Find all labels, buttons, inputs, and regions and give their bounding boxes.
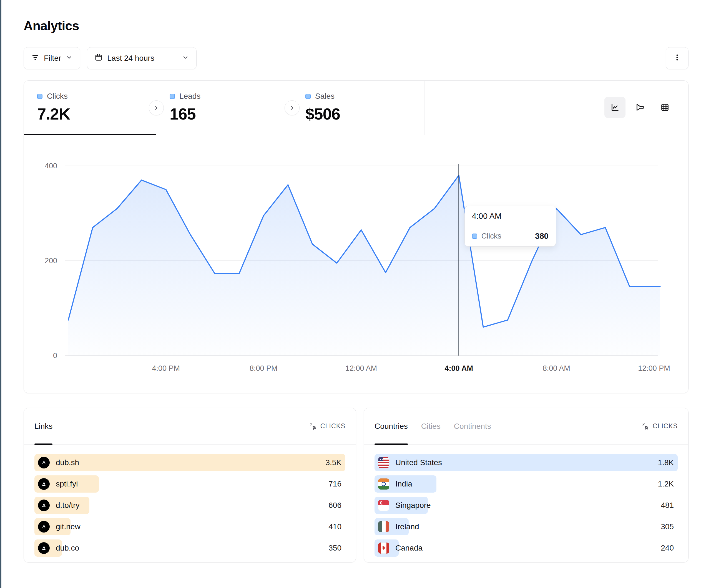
tooltip-legend-square <box>472 233 477 239</box>
flag-in-icon <box>378 478 389 490</box>
table-view-button[interactable] <box>654 97 675 118</box>
funnel-view-button[interactable] <box>629 97 650 118</box>
countries-list: United States1.8KIndia1.2KSingapore481Ir… <box>364 445 688 562</box>
row-label: spti.fyi <box>56 479 78 489</box>
tab-clicks[interactable]: Clicks 7.2K <box>24 81 156 135</box>
row-value: 716 <box>328 479 345 489</box>
x-axis-label: 12:00 PM <box>638 364 670 372</box>
analytics-page: Analytics Filter Last 24 hou <box>24 0 689 563</box>
row-value: 1.8K <box>658 458 678 467</box>
row-label: d.to/try <box>56 501 80 510</box>
country-row[interactable]: Ireland305 <box>374 518 678 535</box>
x-axis-label: 8:00 AM <box>543 364 570 372</box>
country-row[interactable]: United States1.8K <box>374 454 678 471</box>
link-row[interactable]: spti.fyi716 <box>35 475 345 493</box>
kebab-menu-icon <box>673 53 681 63</box>
row-label: India <box>395 479 412 489</box>
link-row[interactable]: git.new410 <box>35 518 345 535</box>
flag-ie-icon <box>378 521 389 532</box>
filter-button-label: Filter <box>44 54 61 63</box>
stat-value: $506 <box>305 105 424 123</box>
row-value: 1.2K <box>658 479 678 489</box>
chevron-right-icon <box>289 105 295 111</box>
row-label: Ireland <box>395 522 419 531</box>
flag-sg-icon <box>378 500 389 511</box>
tab-countries-continents[interactable]: Continents <box>454 408 491 444</box>
tab-countries-countries[interactable]: Countries <box>374 408 408 444</box>
stats-tabs: Clicks 7.2K Leads 165 Sales $506 <box>24 81 688 135</box>
filter-icon <box>31 53 39 64</box>
countries-panel-tabs: CountriesCitiesContinents <box>374 408 491 444</box>
expand-leads-button[interactable] <box>284 100 300 115</box>
sales-legend-square <box>305 94 311 99</box>
date-range-button[interactable]: Last 24 hours <box>87 47 197 69</box>
funnel-icon <box>635 103 645 112</box>
tab-countries-cities[interactable]: Cities <box>421 408 440 444</box>
stat-label: Clicks <box>47 92 68 101</box>
chevron-right-icon <box>153 105 159 111</box>
chart-tooltip: 4:00 AM Clicks 380 <box>465 206 556 247</box>
dub-logo-icon <box>38 499 50 511</box>
tooltip-time: 4:00 AM <box>465 206 556 226</box>
dub-logo-icon <box>38 542 50 554</box>
link-row[interactable]: dub.co350 <box>35 540 345 557</box>
line-chart-icon <box>610 103 620 112</box>
link-row[interactable]: dub.sh3.5K <box>35 454 345 471</box>
countries-metric-selector[interactable]: CLICKS <box>642 408 678 444</box>
calendar-icon <box>94 53 103 64</box>
filter-button[interactable]: Filter <box>24 47 80 69</box>
links-list: dub.sh3.5Kspti.fyi716d.to/try606git.new4… <box>24 445 356 562</box>
x-axis-label: 12:00 AM <box>345 364 377 372</box>
cursor-click-icon <box>309 423 317 430</box>
chart-view-toggles <box>604 97 675 118</box>
row-label: git.new <box>56 522 81 531</box>
row-value: 350 <box>328 544 345 552</box>
x-axis-label: 4:00 PM <box>152 364 180 372</box>
chevron-down-icon <box>66 54 73 63</box>
link-row[interactable]: d.to/try606 <box>35 497 345 514</box>
x-axis-label: 8:00 PM <box>250 364 278 372</box>
row-value: 410 <box>328 522 345 531</box>
y-axis-label: 0 <box>53 352 57 360</box>
country-row[interactable]: Canada240 <box>374 540 678 557</box>
dub-logo-icon <box>38 478 50 490</box>
stat-label: Leads <box>179 92 200 101</box>
row-value: 240 <box>661 544 678 552</box>
sidebar-edge-strip <box>0 0 1 588</box>
row-label: dub.sh <box>56 458 79 467</box>
area-fill <box>68 175 660 356</box>
stat-value: 165 <box>170 105 292 123</box>
chevron-down-icon <box>182 54 189 63</box>
row-value: 3.5K <box>325 458 345 467</box>
page-title: Analytics <box>24 18 689 33</box>
toolbar: Filter Last 24 hours <box>24 47 689 69</box>
links-metric-selector[interactable]: CLICKS <box>309 408 345 444</box>
flag-us-icon <box>378 457 389 468</box>
clicks-area-chart[interactable]: 02004004:00 PM8:00 PM12:00 AM4:00 AM8:00… <box>24 135 688 393</box>
links-panel-tabs: Links <box>35 408 52 444</box>
country-row[interactable]: Singapore481 <box>374 497 678 514</box>
more-options-button[interactable] <box>666 47 689 69</box>
cursor-click-icon <box>642 423 649 430</box>
row-value: 606 <box>328 501 345 510</box>
y-axis-label: 400 <box>45 162 57 170</box>
expand-clicks-button[interactable] <box>149 100 164 115</box>
date-range-label: Last 24 hours <box>107 54 154 63</box>
row-label: dub.co <box>56 544 79 552</box>
flag-ca-icon <box>378 543 389 553</box>
country-row[interactable]: India1.2K <box>374 475 678 493</box>
stat-label: Sales <box>315 92 335 101</box>
row-value: 481 <box>661 501 678 510</box>
tooltip-value: 380 <box>535 232 548 241</box>
tab-sales[interactable]: Sales $506 <box>292 81 425 135</box>
grid-icon <box>660 103 670 112</box>
metric-label: CLICKS <box>653 423 678 430</box>
tab-leads[interactable]: Leads 165 <box>156 81 292 135</box>
line-chart-view-button[interactable] <box>604 97 625 118</box>
tab-links-links[interactable]: Links <box>35 408 52 444</box>
leads-legend-square <box>170 94 175 99</box>
x-axis-label: 4:00 AM <box>445 364 473 372</box>
chart-plot: 02004004:00 PM8:00 PM12:00 AM4:00 AM8:00… <box>24 135 688 393</box>
analytics-card: Clicks 7.2K Leads 165 Sales $506 <box>24 81 689 393</box>
row-label: Singapore <box>395 501 431 510</box>
